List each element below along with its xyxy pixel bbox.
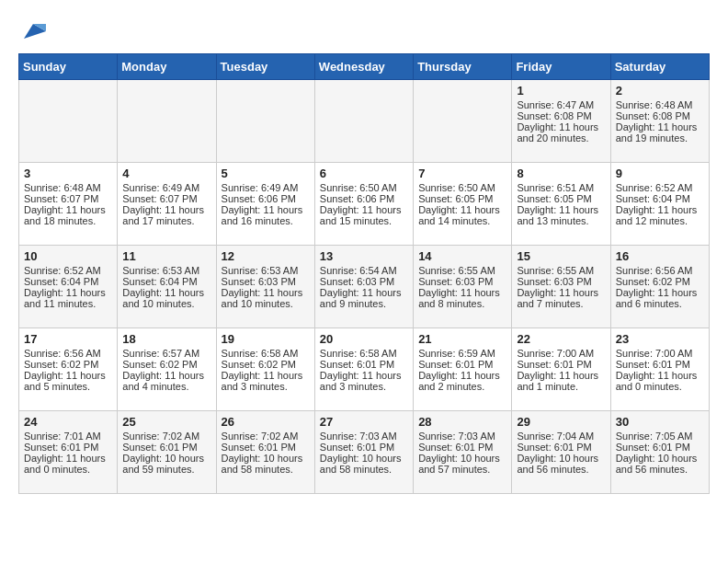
day-info: Sunset: 6:02 PM [122,359,210,370]
day-number: 30 [616,415,704,429]
logo [18,18,46,44]
day-info: Sunrise: 6:52 AM [616,182,704,193]
day-info: Daylight: 11 hours [616,370,704,381]
day-cell [216,80,314,163]
day-info: Sunrise: 6:49 AM [222,182,310,193]
day-info: Sunrise: 6:55 AM [418,265,506,276]
day-cell: 9Sunrise: 6:52 AMSunset: 6:04 PMDaylight… [610,163,709,246]
day-info: Sunset: 6:03 PM [517,276,605,287]
day-info: Sunset: 6:01 PM [24,442,112,453]
day-number: 17 [24,332,112,346]
day-info: and 8 minutes. [418,298,506,309]
day-cell: 11Sunrise: 6:53 AMSunset: 6:04 PMDayligh… [118,246,216,328]
day-info: Sunset: 6:01 PM [616,442,704,453]
week-row-2: 3Sunrise: 6:48 AMSunset: 6:07 PMDaylight… [19,163,710,246]
day-number: 11 [122,249,210,263]
day-cell: 12Sunrise: 6:53 AMSunset: 6:03 PMDayligh… [216,246,314,328]
weekday-header-wednesday: Wednesday [314,54,413,80]
day-info: Sunset: 6:04 PM [616,193,704,204]
day-cell: 23Sunrise: 7:00 AMSunset: 6:01 PMDayligh… [610,328,709,411]
page-header [18,18,710,44]
day-cell: 13Sunrise: 6:54 AMSunset: 6:03 PMDayligh… [314,246,413,328]
week-row-3: 10Sunrise: 6:52 AMSunset: 6:04 PMDayligh… [19,246,710,328]
day-cell: 29Sunrise: 7:04 AMSunset: 6:01 PMDayligh… [512,411,610,494]
day-info: and 3 minutes. [320,381,408,392]
day-info: Sunrise: 7:04 AM [517,431,605,442]
day-cell: 7Sunrise: 6:50 AMSunset: 6:05 PMDaylight… [414,163,512,246]
day-info: Daylight: 11 hours [517,370,605,381]
day-number: 10 [24,249,112,263]
day-number: 28 [418,415,506,429]
day-info: Sunrise: 7:03 AM [418,431,506,442]
day-info: Daylight: 11 hours [616,204,704,215]
day-info: Sunrise: 6:54 AM [320,265,408,276]
weekday-header-row: SundayMondayTuesdayWednesdayThursdayFrid… [19,54,710,80]
day-info: Sunset: 6:01 PM [418,442,506,453]
day-info: Daylight: 11 hours [122,370,210,381]
day-info: Daylight: 11 hours [24,287,112,298]
day-info: and 3 minutes. [222,381,310,392]
day-info: and 6 minutes. [616,298,704,309]
day-info: and 58 minutes. [222,464,310,475]
day-cell: 3Sunrise: 6:48 AMSunset: 6:07 PMDaylight… [19,163,118,246]
day-info: Sunset: 6:04 PM [122,276,210,287]
day-info: Sunrise: 6:50 AM [320,182,408,193]
day-cell: 2Sunrise: 6:48 AMSunset: 6:08 PMDaylight… [610,80,709,163]
day-info: Sunset: 6:02 PM [24,359,112,370]
day-info: Daylight: 10 hours [517,453,605,464]
day-info: Sunrise: 6:50 AM [418,182,506,193]
day-info: and 59 minutes. [122,464,210,475]
day-number: 19 [222,332,310,346]
day-info: Daylight: 11 hours [24,370,112,381]
week-row-1: 1Sunrise: 6:47 AMSunset: 6:08 PMDaylight… [19,80,710,163]
day-cell: 10Sunrise: 6:52 AMSunset: 6:04 PMDayligh… [19,246,118,328]
logo-icon [20,18,46,44]
day-info: Daylight: 10 hours [320,453,408,464]
day-info: Daylight: 11 hours [320,287,408,298]
day-info: Daylight: 11 hours [418,287,506,298]
day-number: 22 [517,332,605,346]
day-info: Sunrise: 6:58 AM [222,348,310,359]
day-number: 6 [320,167,408,180]
day-info: Sunrise: 6:53 AM [222,265,310,276]
day-info: and 15 minutes. [320,215,408,226]
day-info: and 0 minutes. [616,381,704,392]
day-info: Sunset: 6:01 PM [320,442,408,453]
day-cell: 15Sunrise: 6:55 AMSunset: 6:03 PMDayligh… [512,246,610,328]
day-info: Sunrise: 6:48 AM [24,182,112,193]
day-info: Sunset: 6:01 PM [320,359,408,370]
day-cell: 28Sunrise: 7:03 AMSunset: 6:01 PMDayligh… [414,411,512,494]
day-info: Daylight: 10 hours [616,453,704,464]
day-info: and 7 minutes. [517,298,605,309]
day-info: Daylight: 11 hours [122,287,210,298]
day-cell: 1Sunrise: 6:47 AMSunset: 6:08 PMDaylight… [512,80,610,163]
day-info: and 18 minutes. [24,215,112,226]
day-info: and 0 minutes. [24,464,112,475]
day-info: Sunset: 6:07 PM [122,193,210,204]
day-cell [118,80,216,163]
day-cell: 20Sunrise: 6:58 AMSunset: 6:01 PMDayligh… [314,328,413,411]
day-info: Sunrise: 6:56 AM [24,348,112,359]
day-info: Sunset: 6:05 PM [517,193,605,204]
day-info: Sunrise: 7:03 AM [320,431,408,442]
day-info: Sunset: 6:06 PM [320,193,408,204]
day-info: Daylight: 11 hours [222,204,310,215]
day-info: Daylight: 11 hours [517,121,605,132]
day-info: Sunrise: 6:59 AM [418,348,506,359]
day-info: Sunset: 6:01 PM [222,442,310,453]
day-number: 14 [418,249,506,263]
day-number: 9 [616,167,704,180]
day-number: 16 [616,249,704,263]
day-info: and 4 minutes. [122,381,210,392]
day-info: and 11 minutes. [24,298,112,309]
day-info: Sunset: 6:08 PM [616,110,704,121]
day-number: 1 [517,84,605,98]
day-info: Sunrise: 7:02 AM [222,431,310,442]
day-number: 4 [122,167,210,180]
day-cell: 26Sunrise: 7:02 AMSunset: 6:01 PMDayligh… [216,411,314,494]
day-info: Sunrise: 7:05 AM [616,431,704,442]
day-cell [19,80,118,163]
day-info: Sunrise: 6:52 AM [24,265,112,276]
day-info: Sunset: 6:03 PM [320,276,408,287]
day-cell [414,80,512,163]
